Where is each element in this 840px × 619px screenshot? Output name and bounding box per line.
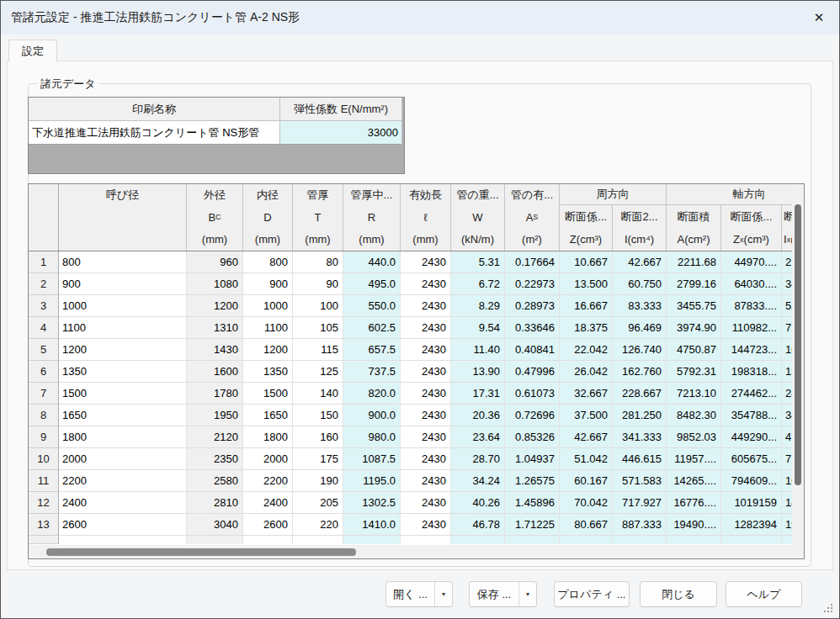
- cell-outer-diameter[interactable]: 1200: [187, 295, 243, 317]
- cell-moment-inertia-i[interactable]: 96.469: [613, 317, 667, 339]
- cell-outer-diameter[interactable]: 2120: [187, 426, 243, 448]
- cell-effective-length[interactable]: 2430: [401, 361, 451, 383]
- properties-button[interactable]: プロパティ ...: [554, 581, 630, 607]
- cell-section-modulus-z[interactable]: 13.500: [560, 273, 613, 295]
- cell-outer-diameter[interactable]: 2580: [187, 470, 243, 492]
- cell-inner-diameter[interactable]: 1100: [243, 317, 293, 339]
- cell-nominal-diameter[interactable]: 2600: [59, 514, 187, 536]
- cell-pipe-effective-area[interactable]: 0.17664: [505, 251, 560, 273]
- row-header[interactable]: 9: [29, 426, 59, 448]
- cell-moment-inertia-i[interactable]: 83.333: [613, 295, 667, 317]
- row-header[interactable]: 1: [29, 251, 59, 273]
- cell-section-modulus-z[interactable]: 10.667: [560, 251, 613, 273]
- open-button[interactable]: 開く ...: [386, 582, 434, 606]
- row-header[interactable]: 2: [29, 273, 59, 295]
- vertical-scrollbar[interactable]: [792, 184, 804, 545]
- cell-pipe-effective-area[interactable]: 0.61073: [505, 383, 560, 405]
- cell-pipe-effective-area[interactable]: 0.22973: [505, 273, 560, 295]
- open-dropdown-button[interactable]: ▾: [434, 582, 452, 606]
- row-header[interactable]: 11: [29, 470, 59, 492]
- column-header-inner-diameter[interactable]: 内径D(mm): [243, 184, 293, 251]
- cell-nominal-diameter[interactable]: 2200: [59, 470, 187, 492]
- cell-nominal-diameter[interactable]: 1000: [59, 295, 187, 317]
- cell-moment-inertia-ix[interactable]: 103: [782, 339, 792, 361]
- cell-moment-inertia-i[interactable]: 281.250: [613, 405, 667, 426]
- cell-thickness-center-radius[interactable]: 820.0: [343, 383, 401, 405]
- row-header[interactable]: 13: [29, 514, 59, 536]
- cell-inner-diameter[interactable]: 2000: [243, 448, 293, 470]
- elastic-modulus-cell[interactable]: 33000: [280, 121, 402, 145]
- cell-pipe-weight[interactable]: 5.31: [451, 251, 505, 273]
- cell-moment-inertia-i[interactable]: 717.927: [613, 492, 667, 514]
- column-header-wall-thickness[interactable]: 管厚T(mm): [293, 184, 343, 251]
- cell-pipe-effective-area[interactable]: 0.33646: [505, 317, 560, 339]
- resize-grip[interactable]: [824, 604, 834, 614]
- cell-pipe-effective-area[interactable]: 0.47996: [505, 361, 560, 383]
- cell-pipe-effective-area[interactable]: 0.72696: [505, 405, 560, 426]
- cell-pipe-effective-area[interactable]: 0.28973: [505, 295, 560, 317]
- cell-section-modulus-zx[interactable]: 44970....: [721, 251, 782, 273]
- cell-moment-inertia-ix[interactable]: 345: [782, 405, 792, 426]
- cell-pipe-effective-area[interactable]: 1.04937: [505, 448, 560, 470]
- cell-outer-diameter[interactable]: 2350: [187, 448, 243, 470]
- cell-effective-length[interactable]: 2430: [401, 448, 451, 470]
- row-header[interactable]: [29, 536, 59, 544]
- cell-section-area-a[interactable]: 16776....: [667, 492, 721, 514]
- cell-effective-length[interactable]: 2430: [401, 251, 451, 273]
- cell-thickness-center-radius[interactable]: 1302.5: [343, 492, 401, 514]
- column-header-moment-inertia-ix[interactable]: 断Ix(: [782, 205, 792, 251]
- cell-moment-inertia-ix[interactable]: 194: [782, 514, 792, 536]
- cell-pipe-weight[interactable]: 28.70: [451, 448, 505, 470]
- horizontal-scrollbar[interactable]: [29, 545, 792, 558]
- cell-inner-diameter[interactable]: 2200: [243, 470, 293, 492]
- cell-nominal-diameter[interactable]: 1200: [59, 339, 187, 361]
- cell-nominal-diameter[interactable]: 1500: [59, 383, 187, 405]
- cell-moment-inertia-i[interactable]: 162.760: [613, 361, 667, 383]
- cell-wall-thickness[interactable]: 80: [293, 251, 343, 273]
- cell-pipe-weight[interactable]: 40.26: [451, 492, 505, 514]
- cell-inner-diameter[interactable]: 1350: [243, 361, 293, 383]
- cell-section-modulus-z[interactable]: 32.667: [560, 383, 613, 405]
- cell-section-modulus-zx[interactable]: 605675...: [721, 448, 782, 470]
- cell-section-modulus-zx[interactable]: 274462...: [721, 383, 782, 405]
- cell-section-modulus-zx[interactable]: 64030....: [721, 273, 782, 295]
- column-header-effective-length[interactable]: 有効長ℓ(mm): [401, 184, 451, 251]
- horizontal-scrollbar-thumb[interactable]: [46, 548, 356, 556]
- cell-nominal-diameter[interactable]: 1650: [59, 405, 187, 426]
- cell-effective-length[interactable]: 2430: [401, 426, 451, 448]
- cell-section-area-a[interactable]: 3974.90: [667, 317, 721, 339]
- cell-moment-inertia-ix[interactable]: 244: [782, 383, 792, 405]
- cell-moment-inertia-ix[interactable]: 143: [782, 492, 792, 514]
- cell-inner-diameter[interactable]: 900: [243, 273, 293, 295]
- cell-section-modulus-z[interactable]: 18.375: [560, 317, 613, 339]
- cell-pipe-weight[interactable]: 6.72: [451, 273, 505, 295]
- cell-section-modulus-zx[interactable]: 1282394: [721, 514, 782, 536]
- cell-section-modulus-z[interactable]: 37.500: [560, 405, 613, 426]
- cell-moment-inertia-ix[interactable]: 476: [782, 426, 792, 448]
- row-header[interactable]: 3: [29, 295, 59, 317]
- cell-section-modulus-z[interactable]: 70.042: [560, 492, 613, 514]
- column-header-section-modulus-z[interactable]: 断面係...Z(cm³): [560, 205, 613, 251]
- cell-pipe-effective-area[interactable]: 0.85326: [505, 426, 560, 448]
- cell-effective-length[interactable]: 2430: [401, 339, 451, 361]
- cell-inner-diameter[interactable]: 1200: [243, 339, 293, 361]
- cell-moment-inertia-i[interactable]: 126.740: [613, 339, 667, 361]
- cell-section-modulus-z[interactable]: 60.167: [560, 470, 613, 492]
- cell-section-modulus-z[interactable]: 80.667: [560, 514, 613, 536]
- cell-moment-inertia-ix[interactable]: 158: [782, 361, 792, 383]
- cell-outer-diameter[interactable]: 3040: [187, 514, 243, 536]
- cell-wall-thickness[interactable]: 90: [293, 273, 343, 295]
- cell-pipe-effective-area[interactable]: 0.40841: [505, 339, 560, 361]
- cell-thickness-center-radius[interactable]: 1195.0: [343, 470, 401, 492]
- cell-wall-thickness[interactable]: 100: [293, 295, 343, 317]
- cell-effective-length[interactable]: 2430: [401, 317, 451, 339]
- cell-moment-inertia-i[interactable]: 42.667: [613, 251, 667, 273]
- cell-pipe-weight[interactable]: 8.29: [451, 295, 505, 317]
- cell-nominal-diameter[interactable]: 800: [59, 251, 187, 273]
- cell-thickness-center-radius[interactable]: 980.0: [343, 426, 401, 448]
- cell-outer-diameter[interactable]: 1600: [187, 361, 243, 383]
- cell-pipe-weight[interactable]: 34.24: [451, 470, 505, 492]
- cell-effective-length[interactable]: 2430: [401, 295, 451, 317]
- cell-section-modulus-z[interactable]: 16.667: [560, 295, 613, 317]
- cell-effective-length[interactable]: 2430: [401, 405, 451, 426]
